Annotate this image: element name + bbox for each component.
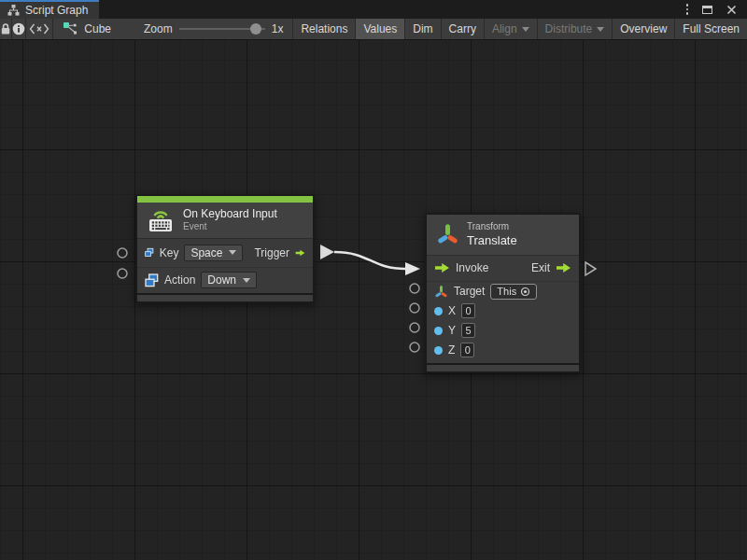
align-dropdown[interactable]: Align <box>485 19 538 39</box>
z-value-field[interactable]: 0 <box>460 343 474 357</box>
enum-type-icon <box>145 245 154 259</box>
overview-button[interactable]: Overview <box>613 19 675 39</box>
port-y-input[interactable] <box>410 323 419 332</box>
distribute-dropdown[interactable]: Distribute <box>538 19 613 39</box>
zoom-label: Zoom <box>144 22 173 35</box>
target-picker-icon <box>520 287 530 297</box>
graph-toolbar: Cube Zoom 1x Relations Values Dim Carry … <box>0 19 747 40</box>
chevron-down-icon <box>229 250 236 255</box>
zoom-slider-handle[interactable] <box>250 23 261 35</box>
code-preview-button[interactable] <box>26 19 53 39</box>
event-node-subtitle: Event <box>183 221 277 233</box>
event-node-footer <box>135 295 315 303</box>
chevron-down-icon <box>243 278 250 283</box>
transform-type-icon <box>434 285 448 299</box>
key-dropdown[interactable]: Space <box>184 245 243 261</box>
window-menu-icon[interactable] <box>686 4 689 15</box>
translate-node-category: Transform <box>467 221 517 233</box>
maximize-icon[interactable] <box>702 6 712 14</box>
connections-overlay <box>0 40 747 560</box>
translate-node-header[interactable]: Transform Translate <box>427 215 579 256</box>
transform-gizmo-icon <box>436 222 459 246</box>
relations-button[interactable]: Relations <box>293 19 356 39</box>
tab-script-graph[interactable]: Script Graph <box>0 0 99 19</box>
x-label: X <box>448 304 456 317</box>
zoom-slider[interactable] <box>179 23 265 35</box>
invoke-label: Invoke <box>456 261 488 274</box>
float-type-icon <box>434 307 443 315</box>
trigger-output-connector[interactable] <box>320 245 334 259</box>
action-label: Action <box>164 273 195 287</box>
x-row: X 0 <box>427 301 579 321</box>
port-z-input[interactable] <box>410 343 419 352</box>
key-row: Key Space Trigger <box>137 239 313 267</box>
exit-label: Exit <box>531 261 550 274</box>
invoke-flow-arrow-icon[interactable] <box>434 262 450 273</box>
key-label: Key <box>160 246 179 259</box>
tab-title: Script Graph <box>25 4 88 17</box>
y-row: Y 5 <box>427 321 579 341</box>
float-type-icon <box>434 327 443 335</box>
action-dropdown[interactable]: Down <box>201 272 257 288</box>
window-controls <box>686 0 747 19</box>
graph-canvas[interactable]: On Keyboard Input Event Key Space <box>0 40 747 560</box>
event-accent-stripe <box>137 196 313 203</box>
toolbar-middle: Cube Zoom 1x <box>53 19 293 39</box>
exit-flow-arrow-icon[interactable] <box>556 262 571 273</box>
graph-pointer-icon <box>63 21 78 36</box>
port-x-input[interactable] <box>410 303 419 313</box>
values-button[interactable]: Values <box>356 19 405 39</box>
port-action-input[interactable] <box>118 269 127 278</box>
port-target-input[interactable] <box>410 284 419 293</box>
enum-type-icon <box>145 273 159 287</box>
graph-tab-icon <box>7 5 20 16</box>
y-label: Y <box>448 324 456 337</box>
translate-node-title: Translate <box>467 233 517 248</box>
event-node-title: On Keyboard Input <box>183 207 277 221</box>
node-translate[interactable]: Transform Translate Invoke Exit <box>425 213 581 373</box>
tab-bar: Script Graph <box>0 0 747 19</box>
invoke-exit-row: Invoke Exit <box>427 256 579 282</box>
chevron-down-icon <box>522 27 529 32</box>
graph-target-label: Cube <box>84 22 111 35</box>
fullscreen-button[interactable]: Full Screen <box>675 19 747 39</box>
port-key-input[interactable] <box>118 248 127 258</box>
z-label: Z <box>448 343 455 357</box>
trigger-label: Trigger <box>254 246 289 259</box>
zoom-value: 1x <box>272 22 284 35</box>
lock-icon <box>0 22 11 35</box>
trigger-flow-arrow-icon[interactable] <box>295 247 305 259</box>
action-row: Action Down <box>137 267 313 293</box>
y-value-field[interactable]: 5 <box>461 323 475 338</box>
keyboard-event-icon <box>146 207 176 232</box>
translate-node-footer <box>425 365 581 373</box>
float-type-icon <box>434 346 443 355</box>
info-icon <box>12 22 25 35</box>
target-row: Target This <box>427 282 579 301</box>
target-this-button[interactable]: This <box>490 284 537 300</box>
zoom-control: Zoom 1x <box>144 22 283 35</box>
close-icon[interactable] <box>726 5 737 15</box>
event-node-header[interactable]: On Keyboard Input Event <box>137 203 313 239</box>
lock-button[interactable] <box>0 19 12 39</box>
dim-button[interactable]: Dim <box>405 19 441 39</box>
node-on-keyboard-input[interactable]: On Keyboard Input Event Key Space <box>135 194 315 303</box>
chevron-down-icon <box>597 27 604 32</box>
connection-wire-trigger-to-invoke[interactable] <box>334 252 405 269</box>
script-graph-window: Script Graph <box>0 0 747 560</box>
toolbar-buttons: Relations Values Dim Carry Align Distrib… <box>293 19 747 39</box>
carry-button[interactable]: Carry <box>442 19 485 39</box>
z-row: Z 0 <box>427 341 579 360</box>
exit-output-connector[interactable] <box>585 262 596 275</box>
target-label: Target <box>454 285 485 298</box>
x-value-field[interactable]: 0 <box>461 303 475 318</box>
wire-arrowhead-icon <box>405 262 420 275</box>
info-button[interactable] <box>12 19 26 39</box>
code-preview-icon <box>29 23 49 35</box>
